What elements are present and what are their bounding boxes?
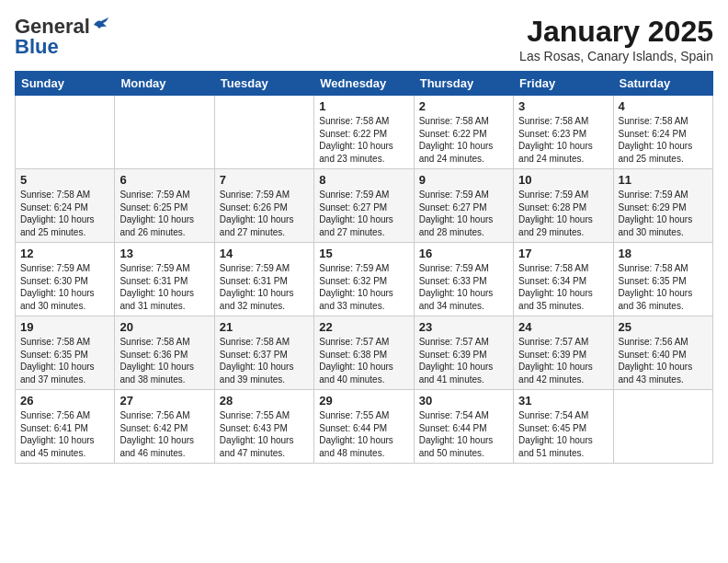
day-number: 26 [20,394,109,408]
day-number: 29 [319,394,408,408]
day-number: 16 [419,247,508,260]
calendar-cell [115,96,214,169]
calendar-cell: 29Sunrise: 7:55 AM Sunset: 6:44 PM Dayli… [314,390,414,464]
day-number: 4 [619,99,708,113]
calendar-cell: 22Sunrise: 7:57 AM Sunset: 6:38 PM Dayli… [314,316,414,390]
day-info: Sunrise: 7:59 AM Sunset: 6:28 PM Dayligh… [518,189,608,238]
day-info: Sunrise: 7:56 AM Sunset: 6:40 PM Dayligh… [619,336,708,385]
calendar-cell [16,96,115,169]
day-number: 11 [619,173,708,187]
day-info: Sunrise: 7:55 AM Sunset: 6:44 PM Dayligh… [319,409,408,459]
day-number: 17 [518,247,608,260]
day-number: 31 [518,394,608,408]
weekday-header-monday: Monday [115,72,214,96]
day-info: Sunrise: 7:56 AM Sunset: 6:42 PM Dayligh… [119,409,209,459]
week-row-3: 12Sunrise: 7:59 AM Sunset: 6:30 PM Dayli… [16,243,713,316]
calendar-cell: 21Sunrise: 7:58 AM Sunset: 6:37 PM Dayli… [214,316,313,390]
calendar-cell [214,96,313,169]
calendar-cell: 11Sunrise: 7:59 AM Sunset: 6:29 PM Dayli… [613,169,712,243]
calendar-subtitle: Las Rosas, Canary Islands, Spain [519,49,713,63]
day-info: Sunrise: 7:59 AM Sunset: 6:30 PM Dayligh… [20,262,109,312]
calendar-cell: 17Sunrise: 7:58 AM Sunset: 6:34 PM Dayli… [514,243,613,316]
day-info: Sunrise: 7:58 AM Sunset: 6:35 PM Dayligh… [619,262,708,312]
calendar-cell: 20Sunrise: 7:58 AM Sunset: 6:36 PM Dayli… [115,316,214,390]
day-number: 15 [319,247,408,260]
day-info: Sunrise: 7:59 AM Sunset: 6:32 PM Dayligh… [319,262,408,312]
day-number: 25 [619,320,708,334]
calendar-cell: 2Sunrise: 7:58 AM Sunset: 6:22 PM Daylig… [414,96,513,169]
weekday-header-tuesday: Tuesday [214,72,313,96]
calendar-cell: 5Sunrise: 7:58 AM Sunset: 6:24 PM Daylig… [16,169,115,243]
day-info: Sunrise: 7:56 AM Sunset: 6:41 PM Dayligh… [20,409,109,459]
calendar-cell: 13Sunrise: 7:59 AM Sunset: 6:31 PM Dayli… [115,243,214,316]
weekday-header-saturday: Saturday [613,72,712,96]
logo-bird-icon [92,17,110,32]
day-number: 12 [20,247,109,260]
day-number: 14 [220,247,309,260]
weekday-header-row: SundayMondayTuesdayWednesdayThursdayFrid… [16,72,713,96]
logo-blue: Blue [15,35,59,59]
day-number: 1 [319,99,408,113]
day-info: Sunrise: 7:58 AM Sunset: 6:23 PM Dayligh… [518,115,608,165]
logo: General Blue [15,15,110,59]
title-area: January 2025 Las Rosas, Canary Islands, … [519,15,713,63]
calendar-cell: 1Sunrise: 7:58 AM Sunset: 6:22 PM Daylig… [314,96,414,169]
day-info: Sunrise: 7:58 AM Sunset: 6:37 PM Dayligh… [220,336,309,385]
calendar-cell: 12Sunrise: 7:59 AM Sunset: 6:30 PM Dayli… [16,243,115,316]
day-number: 5 [20,173,109,187]
calendar-cell: 3Sunrise: 7:58 AM Sunset: 6:23 PM Daylig… [514,96,613,169]
day-info: Sunrise: 7:58 AM Sunset: 6:24 PM Dayligh… [619,115,708,165]
day-info: Sunrise: 7:58 AM Sunset: 6:35 PM Dayligh… [20,336,109,385]
day-number: 9 [419,173,508,187]
day-number: 20 [119,320,209,334]
calendar-cell: 23Sunrise: 7:57 AM Sunset: 6:39 PM Dayli… [414,316,513,390]
day-number: 27 [119,394,209,408]
day-info: Sunrise: 7:59 AM Sunset: 6:27 PM Dayligh… [319,189,408,238]
day-info: Sunrise: 7:59 AM Sunset: 6:27 PM Dayligh… [419,189,508,238]
weekday-header-wednesday: Wednesday [314,72,414,96]
calendar-cell: 4Sunrise: 7:58 AM Sunset: 6:24 PM Daylig… [613,96,712,169]
calendar-cell: 28Sunrise: 7:55 AM Sunset: 6:43 PM Dayli… [214,390,313,464]
calendar-title: January 2025 [519,15,713,49]
day-number: 22 [319,320,408,334]
day-number: 19 [20,320,109,334]
week-row-5: 26Sunrise: 7:56 AM Sunset: 6:41 PM Dayli… [16,390,713,464]
day-info: Sunrise: 7:58 AM Sunset: 6:34 PM Dayligh… [518,262,608,312]
calendar-cell: 6Sunrise: 7:59 AM Sunset: 6:25 PM Daylig… [115,169,214,243]
weekday-header-thursday: Thursday [414,72,513,96]
day-number: 30 [419,394,508,408]
day-info: Sunrise: 7:58 AM Sunset: 6:36 PM Dayligh… [119,336,209,385]
calendar-cell: 26Sunrise: 7:56 AM Sunset: 6:41 PM Dayli… [16,390,115,464]
calendar-cell: 24Sunrise: 7:57 AM Sunset: 6:39 PM Dayli… [514,316,613,390]
calendar-cell: 27Sunrise: 7:56 AM Sunset: 6:42 PM Dayli… [115,390,214,464]
calendar-cell: 31Sunrise: 7:54 AM Sunset: 6:45 PM Dayli… [514,390,613,464]
calendar-cell [613,390,712,464]
day-info: Sunrise: 7:57 AM Sunset: 6:39 PM Dayligh… [518,336,608,385]
day-number: 10 [518,173,608,187]
week-row-2: 5Sunrise: 7:58 AM Sunset: 6:24 PM Daylig… [16,169,713,243]
calendar-cell: 8Sunrise: 7:59 AM Sunset: 6:27 PM Daylig… [314,169,414,243]
day-info: Sunrise: 7:59 AM Sunset: 6:25 PM Dayligh… [119,189,209,238]
calendar-cell: 18Sunrise: 7:58 AM Sunset: 6:35 PM Dayli… [613,243,712,316]
day-info: Sunrise: 7:58 AM Sunset: 6:22 PM Dayligh… [319,115,408,165]
day-number: 23 [419,320,508,334]
weekday-header-sunday: Sunday [16,72,115,96]
day-number: 18 [619,247,708,260]
calendar-cell: 25Sunrise: 7:56 AM Sunset: 6:40 PM Dayli… [613,316,712,390]
day-info: Sunrise: 7:54 AM Sunset: 6:45 PM Dayligh… [518,409,608,459]
week-row-1: 1Sunrise: 7:58 AM Sunset: 6:22 PM Daylig… [16,96,713,169]
calendar-cell: 7Sunrise: 7:59 AM Sunset: 6:26 PM Daylig… [214,169,313,243]
day-number: 21 [220,320,309,334]
page-header: General Blue January 2025 Las Rosas, Can… [15,15,713,63]
day-number: 28 [220,394,309,408]
day-info: Sunrise: 7:59 AM Sunset: 6:31 PM Dayligh… [220,262,309,312]
calendar-cell: 30Sunrise: 7:54 AM Sunset: 6:44 PM Dayli… [414,390,513,464]
day-info: Sunrise: 7:58 AM Sunset: 6:24 PM Dayligh… [20,189,109,238]
day-info: Sunrise: 7:59 AM Sunset: 6:33 PM Dayligh… [419,262,508,312]
weekday-header-friday: Friday [514,72,613,96]
day-number: 13 [119,247,209,260]
day-info: Sunrise: 7:55 AM Sunset: 6:43 PM Dayligh… [220,409,309,459]
calendar-cell: 19Sunrise: 7:58 AM Sunset: 6:35 PM Dayli… [16,316,115,390]
day-number: 6 [119,173,209,187]
calendar-cell: 16Sunrise: 7:59 AM Sunset: 6:33 PM Dayli… [414,243,513,316]
